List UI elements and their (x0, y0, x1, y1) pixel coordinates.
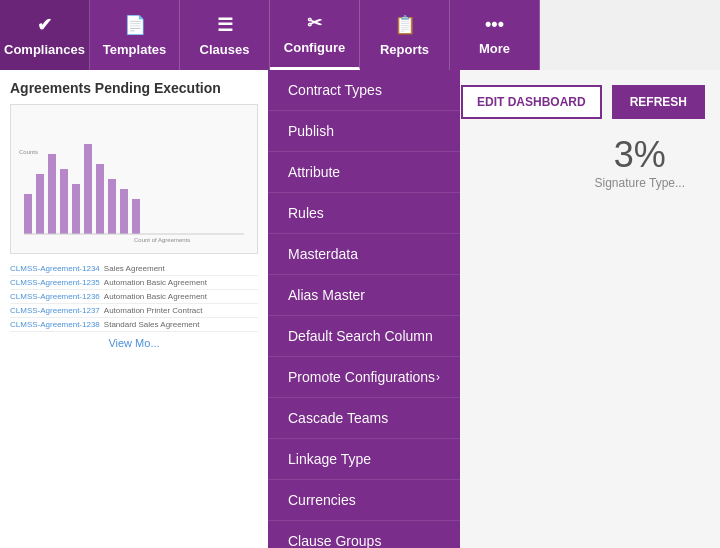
svg-rect-0 (24, 194, 32, 234)
dropdown-item-alias-master[interactable]: Alias Master (268, 275, 460, 316)
left-panel: Agreements Pending Execution Counts Coun… (0, 70, 268, 548)
dropdown-label-promote-configurations: Promote Configurations (288, 369, 435, 385)
dropdown-label-rules: Rules (288, 205, 324, 221)
dropdown-label-default-search-column: Default Search Column (288, 328, 433, 344)
dropdown-item-default-search-column[interactable]: Default Search Column (268, 316, 460, 357)
svg-rect-2 (48, 154, 56, 234)
clauses-icon: ☰ (217, 14, 233, 36)
table-row: CLMSS-Agreement-1236 Automation Basic Ag… (10, 290, 258, 304)
dropdown-label-contract-types: Contract Types (288, 82, 382, 98)
configure-dropdown: Contract Types Publish Attribute Rules M… (268, 70, 460, 548)
svg-rect-5 (84, 144, 92, 234)
dropdown-item-contract-types[interactable]: Contract Types (268, 70, 460, 111)
dropdown-item-linkage-type[interactable]: Linkage Type (268, 439, 460, 480)
dropdown-item-clause-groups[interactable]: Clause Groups (268, 521, 460, 548)
stat-box: 3% Signature Type... (594, 134, 685, 190)
nav-item-reports[interactable]: 📋 Reports (360, 0, 450, 70)
edit-dashboard-button[interactable]: EDIT DASHBOARD (461, 85, 602, 119)
reports-icon: 📋 (394, 14, 416, 36)
dropdown-item-masterdata[interactable]: Masterdata (268, 234, 460, 275)
dropdown-label-alias-master: Alias Master (288, 287, 365, 303)
dropdown-label-currencies: Currencies (288, 492, 356, 508)
view-more-link[interactable]: View Mo... (10, 337, 258, 349)
table-rows: CLMSS-Agreement-1234 Sales Agreement CLM… (10, 262, 258, 332)
dropdown-item-promote-configurations[interactable]: Promote Configurations › (268, 357, 460, 398)
table-row: CLMSS-Agreement-1237 Automation Printer … (10, 304, 258, 318)
dropdown-label-attribute: Attribute (288, 164, 340, 180)
dropdown-item-attribute[interactable]: Attribute (268, 152, 460, 193)
top-nav: ✔ Compliances 📄 Templates ☰ Clauses ✂ Co… (0, 0, 720, 70)
nav-item-templates[interactable]: 📄 Templates (90, 0, 180, 70)
dropdown-label-masterdata: Masterdata (288, 246, 358, 262)
svg-rect-4 (72, 184, 80, 234)
compliances-icon: ✔ (37, 14, 52, 36)
svg-rect-1 (36, 174, 44, 234)
nav-spacer (540, 0, 720, 70)
nav-item-compliances[interactable]: ✔ Compliances (0, 0, 90, 70)
nav-item-more[interactable]: ••• More (450, 0, 540, 70)
nav-label-templates: Templates (103, 42, 166, 57)
bar-chart: Counts Count of Agreements (14, 114, 254, 244)
chevron-right-icon: › (436, 370, 440, 384)
configure-icon: ✂ (307, 12, 322, 34)
pending-title: Agreements Pending Execution (10, 80, 258, 96)
stat-percent: 3% (594, 134, 685, 176)
templates-icon: 📄 (124, 14, 146, 36)
dropdown-label-cascade-teams: Cascade Teams (288, 410, 388, 426)
dropdown-label-clause-groups: Clause Groups (288, 533, 381, 548)
nav-label-more: More (479, 41, 510, 56)
nav-label-configure: Configure (284, 40, 345, 55)
dropdown-item-cascade-teams[interactable]: Cascade Teams (268, 398, 460, 439)
svg-text:Count of Agreements: Count of Agreements (134, 237, 190, 243)
table-row: CLMSS-Agreement-1235 Automation Basic Ag… (10, 276, 258, 290)
svg-text:Counts: Counts (19, 149, 38, 155)
table-row: CLMSS-Agreement-1238 Standard Sales Agre… (10, 318, 258, 332)
svg-rect-3 (60, 169, 68, 234)
dropdown-item-publish[interactable]: Publish (268, 111, 460, 152)
svg-rect-7 (108, 179, 116, 234)
table-row: CLMSS-Agreement-1234 Sales Agreement (10, 262, 258, 276)
nav-item-clauses[interactable]: ☰ Clauses (180, 0, 270, 70)
svg-rect-9 (132, 199, 140, 234)
stat-label: Signature Type... (594, 176, 685, 190)
chart-placeholder: Counts Count of Agreements (10, 104, 258, 254)
refresh-button[interactable]: REFRESH (612, 85, 705, 119)
dropdown-label-linkage-type: Linkage Type (288, 451, 371, 467)
dropdown-item-currencies[interactable]: Currencies (268, 480, 460, 521)
more-icon: ••• (485, 14, 504, 35)
svg-rect-6 (96, 164, 104, 234)
svg-rect-8 (120, 189, 128, 234)
nav-item-configure[interactable]: ✂ Configure (270, 0, 360, 70)
dropdown-item-rules[interactable]: Rules (268, 193, 460, 234)
nav-label-compliances: Compliances (4, 42, 85, 57)
nav-label-reports: Reports (380, 42, 429, 57)
dropdown-label-publish: Publish (288, 123, 334, 139)
nav-label-clauses: Clauses (200, 42, 250, 57)
